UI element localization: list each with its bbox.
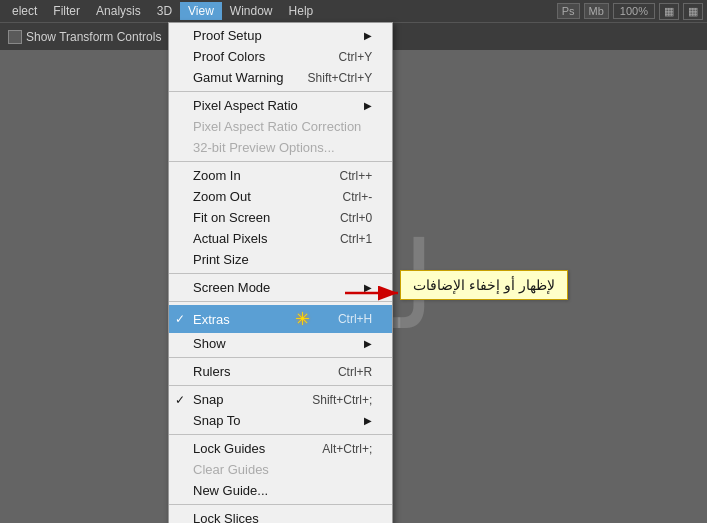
- menu-item-snap[interactable]: Snap Shift+Ctrl+;: [169, 389, 392, 410]
- separator-6: [169, 385, 392, 386]
- arrow-icon-4: ▶: [364, 338, 372, 349]
- arrow-icon-2: ▶: [364, 100, 372, 111]
- menu-filter[interactable]: Filter: [45, 2, 88, 20]
- menu-item-zoom-out[interactable]: Zoom Out Ctrl+-: [169, 186, 392, 207]
- transform-controls-checkbox[interactable]: Show Transform Controls: [8, 30, 161, 44]
- separator-3: [169, 273, 392, 274]
- menu-item-lock-slices[interactable]: Lock Slices: [169, 508, 392, 523]
- transform-controls-label: Show Transform Controls: [26, 30, 161, 44]
- menu-item-32bit-preview: 32-bit Preview Options...: [169, 137, 392, 158]
- menu-view[interactable]: View: [180, 2, 222, 20]
- menu-item-pixel-aspect-ratio-correction: Pixel Aspect Ratio Correction: [169, 116, 392, 137]
- menu-3d[interactable]: 3D: [149, 2, 180, 20]
- menu-select[interactable]: elect: [4, 2, 45, 20]
- separator-1: [169, 91, 392, 92]
- menu-item-pixel-aspect-ratio[interactable]: Pixel Aspect Ratio ▶: [169, 95, 392, 116]
- menu-item-proof-colors[interactable]: Proof Colors Ctrl+Y: [169, 46, 392, 67]
- arrow-icon: ▶: [364, 30, 372, 41]
- menu-item-snap-to[interactable]: Snap To ▶: [169, 410, 392, 431]
- menu-item-fit-on-screen[interactable]: Fit on Screen Ctrl+0: [169, 207, 392, 228]
- menu-window[interactable]: Window: [222, 2, 281, 20]
- menu-analysis[interactable]: Analysis: [88, 2, 149, 20]
- separator-7: [169, 434, 392, 435]
- tooltip-box: لإظهار أو إخفاء الإضافات: [400, 270, 568, 300]
- menu-item-rulers[interactable]: Rulers Ctrl+R: [169, 361, 392, 382]
- menu-help[interactable]: Help: [281, 2, 322, 20]
- menu-bar: elect Filter Analysis 3D View Window Hel…: [0, 0, 707, 22]
- menu-item-zoom-in[interactable]: Zoom In Ctrl++: [169, 165, 392, 186]
- separator-8: [169, 504, 392, 505]
- menu-item-proof-setup[interactable]: Proof Setup ▶: [169, 25, 392, 46]
- arrow-icon-5: ▶: [364, 415, 372, 426]
- view-dropdown-menu: Proof Setup ▶ Proof Colors Ctrl+Y Gamut …: [168, 22, 393, 523]
- menu-item-new-guide[interactable]: New Guide...: [169, 480, 392, 501]
- menu-item-lock-guides[interactable]: Lock Guides Alt+Ctrl+;: [169, 438, 392, 459]
- separator-2: [169, 161, 392, 162]
- menu-item-extras[interactable]: Extras ✳ Ctrl+H: [169, 305, 392, 333]
- star-burst-icon: ✳: [295, 308, 310, 330]
- menu-item-actual-pixels[interactable]: Actual Pixels Ctrl+1: [169, 228, 392, 249]
- menu-item-show[interactable]: Show ▶: [169, 333, 392, 354]
- menu-item-print-size[interactable]: Print Size: [169, 249, 392, 270]
- tooltip-arrow: [340, 278, 410, 308]
- separator-5: [169, 357, 392, 358]
- menu-item-gamut-warning[interactable]: Gamut Warning Shift+Ctrl+Y: [169, 67, 392, 88]
- menu-item-clear-guides: Clear Guides: [169, 459, 392, 480]
- tooltip-text: لإظهار أو إخفاء الإضافات: [413, 277, 555, 293]
- checkbox-box[interactable]: [8, 30, 22, 44]
